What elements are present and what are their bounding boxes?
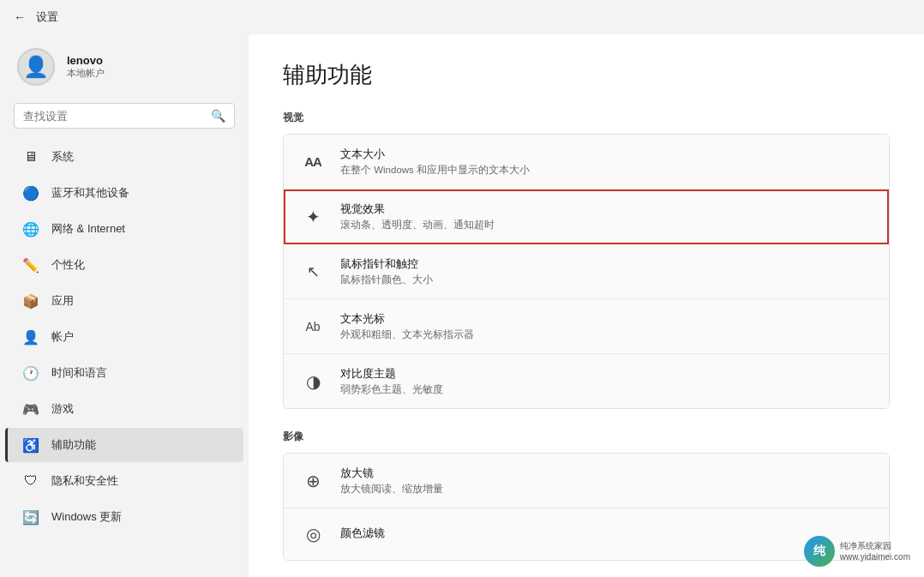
imaging-settings-list: ⊕ 放大镜 放大镜阅读、缩放增量 ◎ 颜色滤镜 bbox=[283, 453, 890, 561]
item-text-color-filter: 颜色滤镜 bbox=[340, 526, 385, 543]
back-button[interactable]: ← bbox=[14, 10, 26, 24]
personalize-icon: ✏️ bbox=[22, 256, 39, 273]
avatar: 👤 bbox=[17, 48, 55, 86]
item-title: 鼠标指针和触控 bbox=[340, 256, 433, 272]
sidebar-item-label: 个性化 bbox=[51, 257, 85, 273]
item-desc: 弱势彩色主题、光敏度 bbox=[340, 383, 443, 396]
section-title-imaging: 影像 bbox=[283, 430, 890, 444]
settings-item-text-size[interactable]: AA 文本大小 在整个 Windows 和应用中显示的文本大小 bbox=[284, 135, 889, 189]
item-title: 文本光标 bbox=[340, 311, 474, 327]
item-desc: 外观和粗细、文本光标指示器 bbox=[340, 328, 474, 341]
item-title: 文本大小 bbox=[340, 147, 530, 162]
color-filter-icon: ◎ bbox=[299, 520, 327, 548]
visual-effects-icon: ✦ bbox=[299, 203, 327, 231]
section-title-visual: 视觉 bbox=[283, 111, 890, 125]
avatar-icon: 👤 bbox=[23, 55, 49, 79]
sidebar-item-bluetooth[interactable]: 🔵 蓝牙和其他设备 bbox=[5, 176, 243, 210]
sidebar-item-label: 辅助功能 bbox=[51, 437, 96, 453]
item-desc: 放大镜阅读、缩放增量 bbox=[340, 483, 443, 496]
item-title: 对比度主题 bbox=[340, 366, 443, 382]
user-subtitle: 本地帐户 bbox=[67, 67, 105, 80]
system-icon: 🖥 bbox=[22, 148, 39, 165]
item-text-mouse-pointer: 鼠标指针和触控 鼠标指针颜色、大小 bbox=[340, 256, 433, 286]
time-icon: 🕐 bbox=[22, 364, 39, 382]
user-profile[interactable]: 👤 lenovo 本地帐户 bbox=[0, 34, 249, 103]
settings-title: 设置 bbox=[36, 9, 58, 25]
accessibility-icon: ♿ bbox=[22, 436, 39, 454]
page-title: 辅助功能 bbox=[283, 60, 890, 90]
user-name: lenovo bbox=[67, 54, 105, 67]
sidebar-item-accessibility[interactable]: ♿ 辅助功能 bbox=[5, 428, 243, 462]
item-text-magnifier: 放大镜 放大镜阅读、缩放增量 bbox=[340, 466, 443, 496]
item-text-text-size: 文本大小 在整个 Windows 和应用中显示的文本大小 bbox=[340, 147, 530, 177]
privacy-icon: 🛡 bbox=[22, 472, 39, 490]
sidebar-item-privacy[interactable]: 🛡 隐私和安全性 bbox=[5, 464, 243, 498]
apps-icon: 📦 bbox=[22, 292, 39, 310]
settings-item-magnifier[interactable]: ⊕ 放大镜 放大镜阅读、缩放增量 bbox=[284, 454, 889, 508]
settings-item-color-filter[interactable]: ◎ 颜色滤镜 bbox=[284, 508, 889, 560]
item-desc: 鼠标指针颜色、大小 bbox=[340, 273, 433, 286]
item-desc: 在整个 Windows 和应用中显示的文本大小 bbox=[340, 164, 530, 177]
search-box[interactable]: 🔍 bbox=[14, 103, 235, 129]
title-bar: ← 设置 bbox=[0, 0, 924, 34]
magnifier-icon: ⊕ bbox=[299, 467, 327, 495]
settings-item-visual-effects[interactable]: ✦ 视觉效果 滚动条、透明度、动画、通知超时 bbox=[284, 189, 889, 244]
bluetooth-icon: 🔵 bbox=[22, 184, 39, 201]
item-title: 颜色滤镜 bbox=[340, 526, 385, 541]
branding-site: 纯净系统家园 bbox=[840, 540, 910, 551]
visual-settings-list: AA 文本大小 在整个 Windows 和应用中显示的文本大小 ✦ 视觉效果 滚… bbox=[283, 134, 890, 409]
sidebar: 👤 lenovo 本地帐户 🔍 🖥 系统 🔵 蓝牙和其他设备 🌐 bbox=[0, 34, 249, 577]
network-icon: 🌐 bbox=[22, 220, 39, 237]
settings-item-mouse-pointer[interactable]: ↖ 鼠标指针和触控 鼠标指针颜色、大小 bbox=[284, 244, 889, 299]
sidebar-item-time[interactable]: 🕐 时间和语言 bbox=[5, 356, 243, 390]
item-title: 放大镜 bbox=[340, 466, 443, 481]
branding-logo: 纯 bbox=[804, 536, 835, 567]
contrast-icon: ◑ bbox=[299, 368, 327, 395]
text-size-icon: AA bbox=[299, 148, 327, 176]
sidebar-item-label: 时间和语言 bbox=[51, 365, 107, 381]
sidebar-item-accounts[interactable]: 👤 帐户 bbox=[5, 320, 243, 354]
branding-url: www.yidaimei.com bbox=[840, 551, 910, 562]
windows-update-icon: 🔄 bbox=[22, 508, 39, 526]
user-info: lenovo 本地帐户 bbox=[67, 54, 105, 80]
sidebar-item-label: 帐户 bbox=[51, 329, 74, 345]
gaming-icon: 🎮 bbox=[22, 400, 39, 418]
item-desc: 滚动条、透明度、动画、通知超时 bbox=[340, 219, 495, 231]
settings-item-contrast[interactable]: ◑ 对比度主题 弱势彩色主题、光敏度 bbox=[284, 354, 889, 408]
search-input[interactable] bbox=[23, 110, 211, 123]
sidebar-item-label: 应用 bbox=[51, 293, 74, 309]
sidebar-item-label: 蓝牙和其他设备 bbox=[51, 185, 129, 201]
item-text-visual-effects: 视觉效果 滚动条、透明度、动画、通知超时 bbox=[340, 201, 495, 231]
content-area: 辅助功能 视觉 AA 文本大小 在整个 Windows 和应用中显示的文本大小 … bbox=[249, 34, 924, 577]
mouse-pointer-icon: ↖ bbox=[299, 258, 327, 285]
branding-text: 纯净系统家园 www.yidaimei.com bbox=[840, 540, 910, 562]
sidebar-item-apps[interactable]: 📦 应用 bbox=[5, 284, 243, 318]
sidebar-item-windows-update[interactable]: 🔄 Windows 更新 bbox=[5, 500, 243, 534]
branding: 纯 纯净系统家园 www.yidaimei.com bbox=[804, 536, 910, 567]
accounts-icon: 👤 bbox=[22, 328, 39, 346]
text-cursor-icon: Ab bbox=[299, 313, 327, 340]
sidebar-item-system[interactable]: 🖥 系统 bbox=[5, 140, 243, 174]
sidebar-item-personalize[interactable]: ✏️ 个性化 bbox=[5, 248, 243, 282]
sidebar-nav: 🖥 系统 🔵 蓝牙和其他设备 🌐 网络 & Internet ✏️ 个性化 📦 … bbox=[0, 139, 249, 535]
sidebar-item-network[interactable]: 🌐 网络 & Internet bbox=[5, 212, 243, 246]
sidebar-item-label: 网络 & Internet bbox=[51, 221, 125, 237]
sidebar-item-label: 游戏 bbox=[51, 401, 74, 417]
item-title: 视觉效果 bbox=[340, 201, 495, 217]
sidebar-item-label: Windows 更新 bbox=[51, 509, 122, 525]
settings-item-text-cursor[interactable]: Ab 文本光标 外观和粗细、文本光标指示器 bbox=[284, 299, 889, 354]
sidebar-item-label: 隐私和安全性 bbox=[51, 473, 118, 489]
sidebar-item-gaming[interactable]: 🎮 游戏 bbox=[5, 392, 243, 426]
item-text-text-cursor: 文本光标 外观和粗细、文本光标指示器 bbox=[340, 311, 474, 341]
item-text-contrast: 对比度主题 弱势彩色主题、光敏度 bbox=[340, 366, 443, 396]
sidebar-item-label: 系统 bbox=[51, 149, 74, 165]
search-icon: 🔍 bbox=[211, 109, 225, 123]
